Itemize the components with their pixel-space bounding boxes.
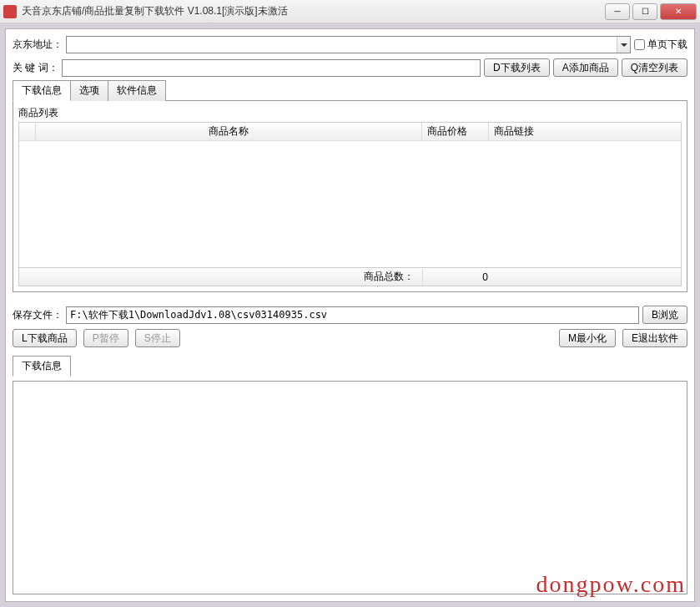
log-area xyxy=(13,381,687,594)
address-row: 京东地址： 单页下载 xyxy=(13,36,687,53)
single-page-label: 单页下载 xyxy=(647,38,687,52)
total-row: 商品总数： 0 xyxy=(18,268,682,286)
log-tab-download-info[interactable]: 下载信息 xyxy=(13,356,71,377)
window-title: 天音京东店铺/商品批量复制下载软件 V1.08.1[演示版]未激活 xyxy=(22,4,602,18)
address-input[interactable] xyxy=(67,37,617,53)
tab-download-info[interactable]: 下载信息 xyxy=(13,80,71,101)
exit-button[interactable]: E退出软件 xyxy=(622,329,687,347)
close-window-button[interactable]: ✕ xyxy=(660,3,697,20)
clear-list-button[interactable]: Q清空列表 xyxy=(622,58,687,77)
maximize-window-button[interactable]: ☐ xyxy=(632,3,657,20)
table-col-name[interactable]: 商品名称 xyxy=(36,123,422,140)
add-product-button[interactable]: A添加商品 xyxy=(553,58,618,77)
table-body xyxy=(19,141,681,267)
address-combo[interactable] xyxy=(66,36,631,53)
table-col-checkbox xyxy=(19,123,36,140)
keyword-input[interactable] xyxy=(62,59,481,77)
single-page-checkbox-wrap[interactable]: 单页下载 xyxy=(634,38,687,52)
stop-button[interactable]: S停止 xyxy=(135,329,180,347)
keyword-row: 关 键 词： D下载列表 A添加商品 Q清空列表 xyxy=(13,58,687,77)
outer-frame: 京东地址： 单页下载 关 键 词： D下载列表 A添加商品 Q清空列表 下载信息 xyxy=(0,23,700,607)
lower-section: 保存文件： F:\软件下载1\DownloadJdv1.08\csv031409… xyxy=(13,306,687,594)
tab-content: 商品列表 商品名称 商品价格 商品链接 商品总数： 0 xyxy=(13,100,687,292)
save-label: 保存文件： xyxy=(13,308,63,322)
window-controls: ─ ☐ ✕ xyxy=(602,3,697,20)
browse-button[interactable]: B浏览 xyxy=(642,306,687,324)
pause-button[interactable]: P暂停 xyxy=(83,329,128,347)
table-col-link[interactable]: 商品链接 xyxy=(489,123,681,140)
log-tabs: 下载信息 xyxy=(13,356,687,377)
minimize-window-button[interactable]: ─ xyxy=(605,3,630,20)
keyword-label: 关 键 词： xyxy=(13,61,58,75)
download-products-button[interactable]: L下载商品 xyxy=(13,329,77,347)
product-table: 商品名称 商品价格 商品链接 xyxy=(18,122,682,268)
titlebar: 天音京东店铺/商品批量复制下载软件 V1.08.1[演示版]未激活 ─ ☐ ✕ xyxy=(0,0,700,23)
main-panel: 京东地址： 单页下载 关 键 词： D下载列表 A添加商品 Q清空列表 下载信息 xyxy=(5,28,695,602)
upper-section: 京东地址： 单页下载 关 键 词： D下载列表 A添加商品 Q清空列表 下载信息 xyxy=(13,36,687,292)
table-header: 商品名称 商品价格 商品链接 xyxy=(19,123,681,141)
table-col-price[interactable]: 商品价格 xyxy=(422,123,489,140)
app-icon xyxy=(3,5,17,18)
upper-tabs: 下载信息 选项 软件信息 xyxy=(13,80,687,101)
total-value: 0 xyxy=(422,268,547,286)
download-list-button[interactable]: D下载列表 xyxy=(484,58,550,77)
action-row: L下载商品 P暂停 S停止 M最小化 E退出软件 xyxy=(13,329,687,347)
save-path-display: F:\软件下载1\DownloadJdv1.08\csv03140935.csv xyxy=(66,306,639,324)
save-row: 保存文件： F:\软件下载1\DownloadJdv1.08\csv031409… xyxy=(13,306,687,324)
single-page-checkbox[interactable] xyxy=(634,39,645,50)
chevron-down-icon[interactable] xyxy=(617,37,630,53)
address-label: 京东地址： xyxy=(13,38,63,52)
tab-options[interactable]: 选项 xyxy=(70,80,108,101)
minimize-button[interactable]: M最小化 xyxy=(559,329,616,347)
total-label: 商品总数： xyxy=(19,270,422,284)
product-list-label: 商品列表 xyxy=(18,106,682,120)
tab-software-info[interactable]: 软件信息 xyxy=(108,80,166,101)
